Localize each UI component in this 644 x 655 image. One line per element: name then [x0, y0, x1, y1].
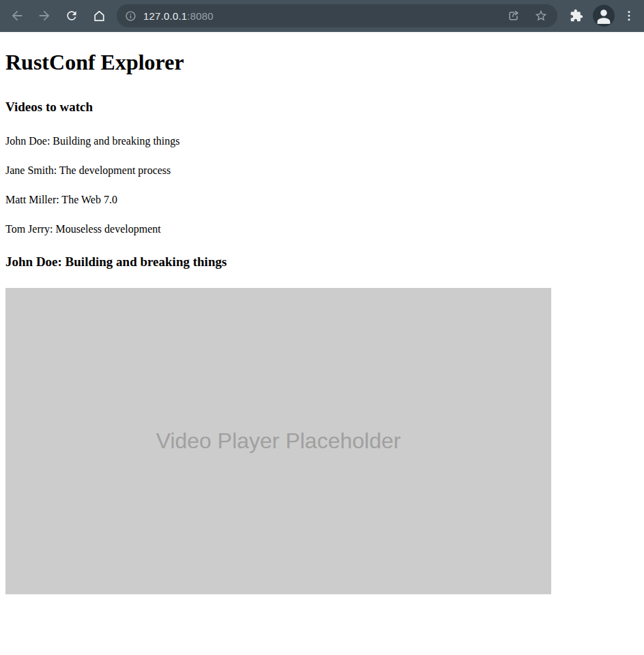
profile-button[interactable] — [590, 2, 617, 29]
star-icon — [534, 9, 548, 23]
refresh-icon — [65, 9, 78, 23]
extensions-button[interactable] — [563, 2, 590, 29]
extensions-puzzle-icon — [570, 9, 583, 23]
page-content: RustConf Explorer Videos to watch John D… — [0, 50, 644, 594]
selected-video-heading: John Doe: Building and breaking things — [5, 254, 639, 270]
avatar-icon — [593, 5, 615, 27]
page-title: RustConf Explorer — [5, 50, 639, 75]
bookmark-button[interactable] — [527, 5, 555, 26]
home-button[interactable] — [85, 2, 113, 29]
browser-toolbar: 127.0.0.1:8080 — [0, 0, 644, 32]
player-placeholder-text: Video Player Placeholder — [156, 428, 401, 454]
menu-button[interactable] — [617, 2, 641, 29]
site-info-icon[interactable] — [125, 10, 136, 22]
video-list-item[interactable]: Tom Jerry: Mouseless development — [5, 223, 639, 235]
url-text: 127.0.0.1:8080 — [143, 10, 214, 22]
address-bar[interactable]: 127.0.0.1:8080 — [117, 4, 557, 27]
kebab-menu-icon — [623, 10, 635, 22]
url-port: :8080 — [187, 10, 214, 22]
videos-heading: Videos to watch — [5, 100, 639, 115]
back-button[interactable] — [3, 2, 31, 29]
forward-arrow-icon — [37, 8, 52, 23]
back-arrow-icon — [10, 8, 25, 23]
share-button[interactable] — [500, 5, 527, 26]
url-host: 127.0.0.1 — [143, 10, 187, 22]
forward-button[interactable] — [31, 2, 58, 29]
video-list-item[interactable]: Jane Smith: The development process — [5, 164, 639, 177]
share-icon — [507, 9, 521, 23]
home-icon — [92, 9, 106, 23]
video-list-item[interactable]: John Doe: Building and breaking things — [5, 135, 639, 147]
video-list-item[interactable]: Matt Miller: The Web 7.0 — [5, 194, 639, 206]
video-player-placeholder: Video Player Placeholder — [5, 288, 551, 594]
refresh-button[interactable] — [58, 2, 85, 29]
